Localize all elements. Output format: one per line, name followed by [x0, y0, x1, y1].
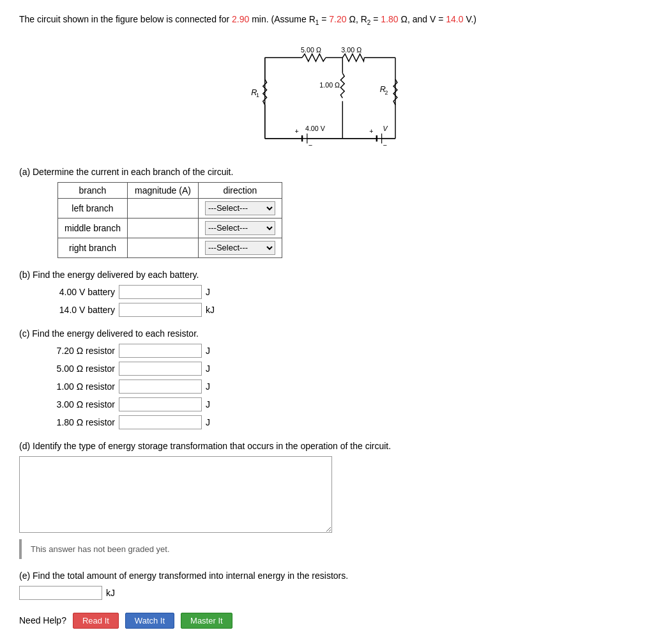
watch-it-button[interactable]: Watch It	[125, 613, 174, 629]
e-input-row: kJ	[19, 586, 635, 600]
part-e-title: (e) Find the total amount of energy tran…	[19, 571, 635, 581]
svg-text:−: −	[383, 141, 387, 149]
c-input-1[interactable]	[119, 362, 202, 376]
branch-label: left branch	[58, 198, 128, 218]
c-row-4: 1.80 Ω resistorJ	[19, 415, 635, 429]
c-row-3: 3.00 Ω resistorJ	[19, 397, 635, 411]
section-a: (a) Determine the current in each branch…	[19, 167, 635, 258]
magnitude-input-1[interactable]	[134, 221, 192, 235]
e-unit: kJ	[106, 588, 115, 598]
d-textarea[interactable]	[19, 456, 332, 533]
part-a-title: (a) Determine the current in each branch…	[19, 167, 635, 177]
master-it-button[interactable]: Master It	[181, 613, 232, 629]
part-d-title: (d) Identify the type of energy storage …	[19, 441, 635, 451]
c-unit-4: J	[206, 417, 210, 427]
b-unit-0: J	[206, 287, 210, 297]
part-b-title: (b) Find the energy delivered by each ba…	[19, 270, 635, 280]
b-row-0: 4.00 V batteryJ	[19, 285, 635, 299]
svg-text:−: −	[308, 141, 312, 149]
col-header-branch: branch	[58, 182, 128, 198]
magnitude-input-2[interactable]	[134, 241, 192, 255]
part-c-title: (c) Find the energy delivered to each re…	[19, 328, 635, 339]
read-it-button[interactable]: Read It	[73, 613, 119, 629]
c-row-1: 5.00 Ω resistorJ	[19, 362, 635, 376]
c-unit-1: J	[206, 364, 210, 374]
c-unit-0: J	[206, 346, 210, 356]
statement-text: The circuit shown in the figure below is…	[19, 14, 229, 24]
b-input-0[interactable]	[119, 285, 202, 299]
graded-notice: This answer has not been graded yet.	[19, 539, 620, 559]
c-label-2: 1.00 Ω resistor	[19, 381, 115, 392]
svg-text:4.00 V: 4.00 V	[305, 125, 326, 132]
b-unit-1: kJ	[206, 305, 215, 315]
branch-table: branch magnitude (A) direction left bran…	[57, 182, 282, 258]
time-unit: min. (Assume R1 =	[252, 14, 329, 24]
svg-text:2: 2	[384, 89, 388, 95]
svg-text:1: 1	[256, 92, 259, 98]
b-row-1: 14.0 V batterykJ	[19, 303, 635, 317]
magnitude-cell[interactable]	[127, 198, 198, 218]
v-val: 14.0	[446, 14, 463, 24]
problem-statement: The circuit shown in the figure below is…	[19, 13, 635, 27]
c-label-4: 1.80 Ω resistor	[19, 417, 115, 427]
c-row-2: 1.00 Ω resistorJ	[19, 379, 635, 394]
c-label-0: 7.20 Ω resistor	[19, 346, 115, 356]
section-d: (d) Identify the type of energy storage …	[19, 441, 635, 559]
svg-text:1.00 Ω: 1.00 Ω	[319, 81, 340, 89]
d-textarea-container	[19, 456, 635, 533]
svg-text:3.00 Ω: 3.00 Ω	[341, 46, 361, 54]
c-label-3: 3.00 Ω resistor	[19, 399, 115, 410]
c-unit-3: J	[206, 399, 210, 410]
direction-select-2[interactable]: ---Select---updownleftrightinto pageout …	[205, 241, 275, 255]
c-label-1: 5.00 Ω resistor	[19, 364, 115, 374]
c-input-3[interactable]	[119, 397, 202, 411]
direction-select-0[interactable]: ---Select---updownleftrightinto pageout …	[205, 201, 275, 215]
direction-select-1[interactable]: ---Select---updownleftrightinto pageout …	[205, 221, 275, 235]
magnitude-cell[interactable]	[127, 238, 198, 257]
c-unit-2: J	[206, 381, 210, 392]
direction-cell[interactable]: ---Select---updownleftrightinto pageout …	[198, 238, 282, 257]
circuit-diagram: R 1 5.00 Ω 3.00 Ω R 2 1.00 Ω + − 4.00 V	[19, 39, 635, 154]
svg-text:+: +	[369, 127, 373, 135]
direction-cell[interactable]: ---Select---updownleftrightinto pageout …	[198, 198, 282, 218]
circuit-svg: R 1 5.00 Ω 3.00 Ω R 2 1.00 Ω + − 4.00 V	[225, 39, 429, 154]
svg-text:+: +	[294, 127, 298, 135]
section-c: (c) Find the energy delivered to each re…	[19, 328, 635, 429]
table-row: middle branch---Select---updownleftright…	[58, 218, 282, 238]
svg-text:V: V	[383, 125, 388, 132]
r1-val: 7.20	[329, 14, 346, 24]
e-input[interactable]	[19, 586, 102, 600]
c-row-0: 7.20 Ω resistorJ	[19, 344, 635, 358]
b-input-1[interactable]	[119, 303, 202, 317]
branch-label: middle branch	[58, 218, 128, 238]
magnitude-input-0[interactable]	[134, 201, 192, 215]
b-label-1: 14.0 V battery	[19, 305, 115, 315]
col-header-direction: direction	[198, 182, 282, 198]
c-input-4[interactable]	[119, 415, 202, 429]
svg-text:5.00 Ω: 5.00 Ω	[301, 46, 321, 54]
time-value: 2.90	[232, 14, 249, 24]
section-e: (e) Find the total amount of energy tran…	[19, 571, 635, 600]
direction-cell[interactable]: ---Select---updownleftrightinto pageout …	[198, 218, 282, 238]
col-header-magnitude: magnitude (A)	[127, 182, 198, 198]
table-row: right branch---Select---updownleftrighti…	[58, 238, 282, 257]
branch-label: right branch	[58, 238, 128, 257]
b-label-0: 4.00 V battery	[19, 287, 115, 297]
magnitude-cell[interactable]	[127, 218, 198, 238]
c-input-2[interactable]	[119, 379, 202, 394]
c-input-0[interactable]	[119, 344, 202, 358]
need-help-label: Need Help?	[19, 615, 66, 625]
need-help-section: Need Help? Read It Watch It Master It	[19, 613, 635, 629]
r2-val: 1.80	[381, 14, 398, 24]
table-row: left branch---Select---updownleftrightin…	[58, 198, 282, 218]
section-b: (b) Find the energy delivered by each ba…	[19, 270, 635, 317]
